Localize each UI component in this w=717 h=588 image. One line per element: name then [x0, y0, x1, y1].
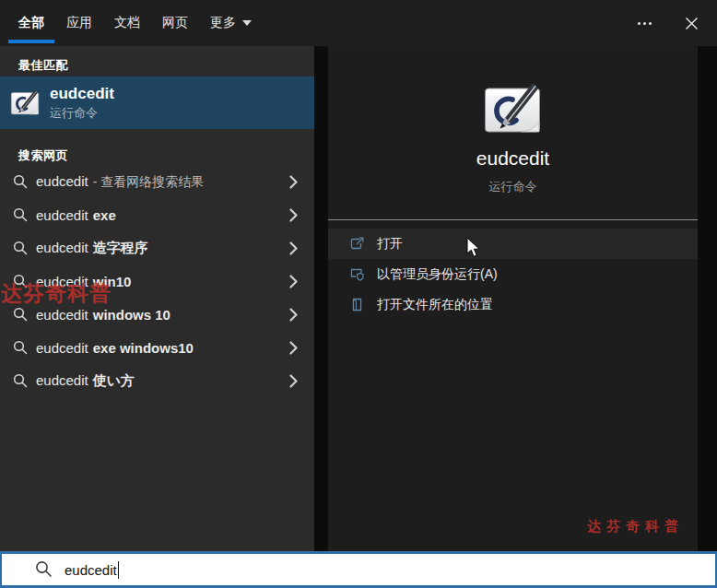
- web-suggestion-row[interactable]: eudcedit使い方: [0, 364, 314, 397]
- private-character-editor-icon: [10, 88, 40, 118]
- text-caret: [118, 561, 120, 579]
- tab-apps-label: 应用: [66, 15, 92, 31]
- action-open-label: 打开: [377, 236, 403, 253]
- tab-more-label: 更多: [210, 15, 236, 31]
- file-location-icon: [349, 297, 365, 312]
- preview-app-name: eudcedit: [328, 147, 698, 170]
- best-match-header: 最佳匹配: [0, 46, 314, 74]
- web-suggestion-row[interactable]: eudcedit- 查看网络搜索结果: [0, 165, 314, 198]
- chevron-right-icon: [289, 241, 298, 255]
- chevron-right-icon: [289, 308, 298, 322]
- search-icon: [35, 560, 53, 579]
- tab-all[interactable]: 全部: [18, 0, 44, 46]
- tab-documents-label: 文档: [114, 15, 140, 31]
- tab-apps[interactable]: 应用: [66, 0, 92, 46]
- web-suggestion-row[interactable]: eudcedit造字程序: [0, 231, 314, 265]
- chevron-right-icon: [289, 341, 298, 355]
- web-suggestion-row[interactable]: eudceditwin10: [0, 265, 314, 298]
- action-open[interactable]: 打开: [328, 229, 698, 259]
- tab-all-label: 全部: [18, 15, 44, 31]
- search-icon: [13, 307, 28, 322]
- web-search-suggestions: eudcedit- 查看网络搜索结果 eudceditexe eudcedit造…: [0, 165, 314, 397]
- close-button[interactable]: [665, 0, 717, 46]
- web-search-header: 搜索网页: [0, 136, 314, 164]
- search-icon: [13, 340, 28, 355]
- tab-web[interactable]: 网页: [162, 0, 188, 46]
- search-icon: [13, 174, 28, 189]
- search-filter-tabbar: 全部 应用 文档 网页 更多: [0, 0, 717, 46]
- private-character-editor-icon: [483, 80, 542, 139]
- action-open-file-location[interactable]: 打开文件所在的位置: [328, 289, 698, 320]
- admin-shield-icon: [349, 266, 365, 282]
- best-match-type: 运行命令: [50, 105, 114, 122]
- web-suggestion-row[interactable]: eudceditwindows 10: [0, 298, 314, 331]
- search-icon: [13, 373, 28, 388]
- tab-web-label: 网页: [162, 15, 188, 31]
- chevron-right-icon: [289, 275, 298, 288]
- search-icon: [13, 207, 28, 222]
- tab-more[interactable]: 更多: [210, 0, 252, 46]
- ellipsis-icon: [638, 22, 641, 25]
- more-options-button[interactable]: [623, 0, 665, 46]
- preview-app-type: 运行命令: [328, 179, 698, 195]
- action-run-as-admin-label: 以管理员身份运行(A): [377, 266, 498, 283]
- web-suggestion-row[interactable]: eudceditexe windows10: [0, 331, 314, 364]
- results-panel: 最佳匹配 eudcedit 运行命令 搜索网页 eudcedit- 查看网络搜索…: [0, 46, 314, 551]
- chevron-right-icon: [289, 208, 298, 222]
- mouse-cursor: [466, 237, 481, 258]
- chevron-down-icon: [242, 20, 252, 26]
- chevron-right-icon: [289, 175, 298, 189]
- action-list: 打开 以管理员身份运行(A) 打开文件所在的位置: [328, 229, 698, 320]
- tab-list: 全部 应用 文档 网页 更多: [0, 0, 252, 46]
- search-input-value: eudcedit: [65, 562, 117, 578]
- preview-panel: eudcedit 运行命令 打开: [328, 46, 698, 551]
- search-flyout: 全部 应用 文档 网页 更多 最佳匹配: [0, 0, 717, 588]
- search-icon: [13, 241, 28, 255]
- best-match-result-eudcedit[interactable]: eudcedit 运行命令: [0, 76, 314, 129]
- best-match-name: eudcedit: [50, 84, 114, 103]
- search-input[interactable]: eudcedit: [0, 551, 717, 588]
- action-open-file-location-label: 打开文件所在的位置: [377, 297, 493, 313]
- search-icon: [13, 274, 28, 288]
- open-icon: [349, 236, 365, 252]
- chevron-right-icon: [289, 374, 298, 388]
- divider: [328, 219, 698, 220]
- tab-documents[interactable]: 文档: [114, 0, 140, 46]
- action-run-as-admin[interactable]: 以管理员身份运行(A): [328, 259, 698, 289]
- close-icon: [685, 17, 699, 30]
- web-suggestion-row[interactable]: eudceditexe: [0, 198, 314, 231]
